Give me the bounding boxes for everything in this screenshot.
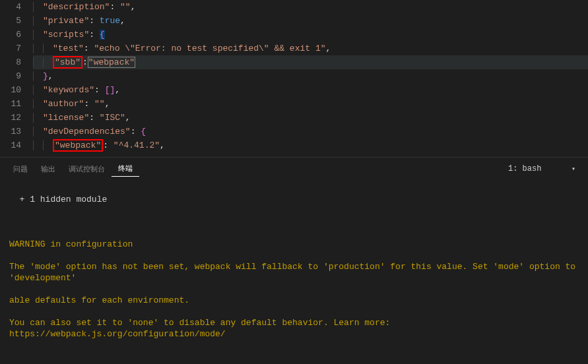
tab-output[interactable]: 输出: [34, 162, 62, 177]
code-line[interactable]: },: [33, 69, 588, 83]
line-number: 7: [0, 42, 21, 55]
code-line[interactable]: "keywords": [],: [33, 83, 588, 97]
code-line[interactable]: "description": "",: [33, 0, 588, 14]
code-line[interactable]: "author": "",: [33, 97, 588, 111]
code-area[interactable]: "description": "", "private": true, "scr…: [33, 0, 588, 157]
highlight-webpack-key: "webpack": [53, 139, 103, 152]
line-number: 8: [0, 55, 21, 69]
line-number: 13: [0, 125, 21, 138]
terminal-line: The 'mode' option has not been set, webp…: [9, 261, 579, 284]
highlight-sbb-key: "sbb": [53, 56, 82, 69]
line-number: 9: [0, 69, 21, 83]
selected-text: "webpack": [88, 57, 135, 68]
code-line[interactable]: "license": "ISC",: [33, 111, 588, 125]
line-number: 11: [0, 97, 21, 111]
code-line[interactable]: "sbb":"webpack": [33, 55, 588, 69]
line-number: 10: [0, 83, 21, 97]
terminal-line: able defaults for each environment.: [9, 295, 579, 306]
line-number: 4: [0, 0, 21, 14]
line-number: 12: [0, 111, 21, 125]
line-number: 6: [0, 28, 21, 42]
terminal-line: You can also set it to 'none' to disable…: [9, 317, 579, 340]
terminal-line: WARNING in configuration: [9, 239, 579, 250]
line-number: 5: [0, 14, 21, 28]
terminal-line: + 1 hidden module: [9, 194, 579, 205]
terminal-output[interactable]: + 1 hidden module WARNING in configurati…: [0, 177, 588, 364]
line-number: 14: [0, 138, 21, 152]
tab-problems[interactable]: 问题: [7, 162, 34, 177]
terminal-selector[interactable]: 1: bash ▾: [502, 162, 581, 175]
tab-debug-console[interactable]: 调试控制台: [62, 162, 112, 177]
chevron-down-icon: ▾: [572, 165, 575, 173]
line-gutter: 4 5 6 7 8 9 10 11 12 13 14: [0, 0, 33, 157]
code-line[interactable]: "webpack": "^4.41.2",: [33, 138, 588, 152]
tab-terminal[interactable]: 终端: [112, 161, 139, 177]
code-line[interactable]: "scripts": {: [33, 28, 588, 42]
code-line[interactable]: "devDependencies": {: [33, 125, 588, 138]
code-line[interactable]: "test": "echo \"Error: no test specified…: [33, 42, 588, 55]
panel-tabs: 问题 输出 调试控制台 终端 1: bash ▾: [0, 158, 588, 177]
code-line[interactable]: "private": true,: [33, 14, 588, 28]
